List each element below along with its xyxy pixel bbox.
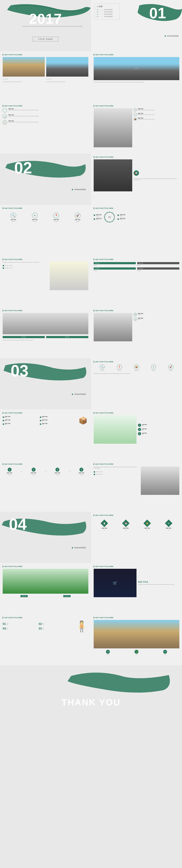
- slide-11: ADD YOUR TITLE HERE according to your ne…: [0, 256, 91, 307]
- slide-18: ADD YOUR TITLE HERE 1 add title text 2 a…: [91, 409, 182, 461]
- slide-6: ADD YOUR TITLE HERE 📋 ADD Title accordin…: [91, 102, 182, 154]
- col-left: ○ ○ ○ according to your need to draw the…: [3, 57, 45, 93]
- laptop-photo: [94, 159, 132, 191]
- slide-20: ADD YOUR TITLE HERE according to your ne…: [91, 461, 182, 512]
- slide-thank-you: THANK YOU: [0, 665, 182, 716]
- slide-8: ADD YOUR TITLE HERE 📢 according to your …: [91, 154, 182, 205]
- box-icon: 📦: [78, 415, 88, 426]
- slide-26-title: ADD YOUR TITLE HERE: [94, 617, 179, 619]
- slide-6-title: ADD YOUR TITLE HERE: [94, 105, 179, 107]
- toc-item-1: 01 ———— 单击此处添加标题: [97, 9, 117, 10]
- icons-row-16: 🔍 ADD Title ❓ ADD Title 📦 ADD Title ✈ AD…: [94, 365, 179, 371]
- slide-8-title: ADD YOUR TITLE HERE: [94, 156, 179, 158]
- slide-cover: 2017 according to your need to draw the …: [0, 0, 91, 51]
- arrow-label-02: 单击此处添加标题: [72, 188, 86, 190]
- slide-22: ADD YOUR TITLE HERE 📋 ADD Title text 📅 A…: [91, 512, 182, 563]
- person-silhouette: 🧍: [75, 620, 88, 632]
- office-item-2: 📈 ADD Title according to your need to dr…: [134, 113, 179, 116]
- slide-22-title: ADD YOUR TITLE HERE: [94, 515, 179, 516]
- slide-13: ADD YOUR TITLE HERE ADD Title ADD Title …: [0, 307, 91, 358]
- slide-23-title: ADD YOUR TITLE HERE: [3, 565, 88, 567]
- slide-5-items: 📄 ADD Title according to your need to dr…: [3, 108, 88, 125]
- slide-17-title: ADD YOUR TITLE HERE: [3, 412, 88, 414]
- city-wide-photo: CITY: [94, 57, 179, 80]
- icon-1: 📄: [3, 108, 7, 113]
- plants-photo: [3, 569, 88, 594]
- city-photo: [46, 57, 88, 76]
- cover-name-box: YOUR NAME: [33, 37, 59, 41]
- slide-10: ADD YOUR TITLE HERE ADD Title text here …: [91, 205, 182, 256]
- toc-title: ≡ 目录: [97, 5, 117, 8]
- hands-photo: [50, 262, 88, 290]
- slide-12: ADD YOUR TITLE HERE ADD Title text here …: [91, 256, 182, 307]
- section-num-02: 02: [14, 159, 32, 177]
- slide-17: ADD YOUR TITLE HERE ADD Title text ADD T…: [0, 409, 91, 461]
- arrow-label-01: 单击此处添加标题: [165, 35, 178, 37]
- diamonds-row: 📋 ADD Title text 📅 ADD Title text 🔔 ADD …: [94, 520, 179, 531]
- dark-screen-photo: 🛒: [94, 569, 136, 597]
- add-title-btn-1[interactable]: ADD Title: [21, 595, 28, 597]
- slide-25: ADD YOUR TITLE HERE 01 1075 text 02 text…: [0, 614, 91, 665]
- slide-3-content: ○ ○ ○ according to your need to draw the…: [3, 57, 88, 93]
- icons-row: ○ ○ ○: [3, 78, 45, 80]
- toc-item-4: 04 ———— 单击此处添加标题: [97, 16, 117, 18]
- slide-20-title: ADD YOUR TITLE HERE: [94, 463, 179, 465]
- slide-19: ADD YOUR TITLE HERE 1 ADD Title text her…: [0, 461, 91, 512]
- toc-item-3: 03 ———— 单击此处添加标题: [97, 13, 117, 15]
- slide-19-title: ADD YOUR TITLE HERE: [3, 463, 88, 465]
- office-photo: [94, 108, 132, 147]
- slide-5: ADD YOUR TITLE HERE 📄 ADD Title accordin…: [0, 102, 91, 154]
- toc-item-2: 02 ———— 单击此处添加标题: [97, 11, 117, 13]
- office-item-3: 💼 ADD Title according to your need to dr…: [134, 118, 179, 121]
- slide-toc: ≡ 目录 01 ———— 单击此处添加标题 02 ———— 单击此处添加标题 0…: [91, 0, 182, 51]
- slide-9-title: ADD YOUR TITLE HERE: [3, 207, 88, 209]
- keyboard-photo: [3, 313, 88, 334]
- progress-circle: ADDTITLE: [103, 211, 116, 223]
- megaphone-icon: 📢: [134, 170, 139, 176]
- slide-10-title: ADD YOUR TITLE HERE: [94, 207, 179, 209]
- add-title-main: ADD TITLE: [138, 581, 179, 583]
- slide-26: ADD YOUR TITLE HERE 🛡 label 🌿 label 🛡 la…: [91, 614, 182, 665]
- col-right: ○ ○ ○ according to your need to draw the…: [46, 57, 88, 93]
- slide-4: ADD YOUR TITLE HERE CITY according to yo…: [91, 51, 182, 102]
- office-item-1: 📋 ADD Title according to your need to dr…: [134, 108, 179, 112]
- office2-photo: [141, 466, 179, 495]
- icons-row-9: 🔍 ADD Title text here ✈ ADD Title text h…: [3, 213, 88, 222]
- icons-row-2: ○ ○ ○: [46, 78, 88, 80]
- slide-section-04: 04 单击此处添加标题: [0, 512, 91, 563]
- cover-year: 2017: [29, 11, 62, 27]
- slide-18-title: ADD YOUR TITLE HERE: [94, 412, 179, 414]
- icon-2: 📊: [3, 114, 7, 119]
- slide-4-title: ADD YOUR TITLE HERE: [94, 54, 179, 56]
- cover-subtitle: according to your need to draw the text …: [22, 26, 69, 27]
- thank-you-text: THANK YOU: [61, 697, 121, 708]
- add-title-btn-2[interactable]: ADD Title: [63, 595, 70, 597]
- slide-23: ADD YOUR TITLE HERE ADD Title ADD Title: [0, 563, 91, 614]
- writing-photo: [94, 313, 132, 341]
- slide-24-title: ADD YOUR TITLE HERE: [94, 565, 179, 567]
- slide-5-title: ADD YOUR TITLE HERE: [3, 105, 88, 107]
- steps-row: 1 ADD Title text here → 2 ADD Title text…: [3, 468, 88, 475]
- stone-photo: [94, 620, 179, 648]
- rect-green-2: ADD Title: [94, 268, 136, 270]
- section-num-03: 03: [11, 362, 28, 380]
- slide-3: ADD YOUR TITLE HERE ○ ○ ○ according to y…: [0, 51, 91, 102]
- section-num-04: 04: [9, 515, 27, 534]
- slide-section-02: 02 单击此处添加标题: [0, 154, 91, 205]
- section-num-01: 01: [149, 4, 166, 22]
- slide-16-title: ADD YOUR TITLE HERE: [94, 361, 179, 363]
- item-1: 📄 ADD Title according to your need to dr…: [3, 108, 88, 113]
- slide-section-03: 03 单击此处添加标题: [0, 358, 91, 409]
- green-btn-2[interactable]: ADD Title: [46, 336, 88, 338]
- green-btn-1[interactable]: ADD Title: [3, 336, 45, 338]
- slide-25-title: ADD YOUR TITLE HERE: [3, 617, 88, 619]
- toc-box: ≡ 目录 01 ———— 单击此处添加标题 02 ———— 单击此处添加标题 0…: [95, 4, 119, 20]
- icon-3: 📋: [3, 120, 7, 125]
- slide-11-title: ADD YOUR TITLE HERE: [3, 258, 88, 260]
- slide-14: ADD YOUR TITLE HERE 💬 ADD Title text her…: [91, 307, 182, 358]
- rects-grid: ADD Title text here ADD Title text here …: [94, 262, 179, 271]
- slide-12-title: ADD YOUR TITLE HERE: [94, 258, 179, 260]
- slide-3-title: ADD YOUR TITLE HERE: [3, 54, 88, 56]
- arrow-label-04: 单击此处添加标题: [72, 547, 86, 549]
- slide-4-body: according to your need to draw the text …: [94, 82, 179, 83]
